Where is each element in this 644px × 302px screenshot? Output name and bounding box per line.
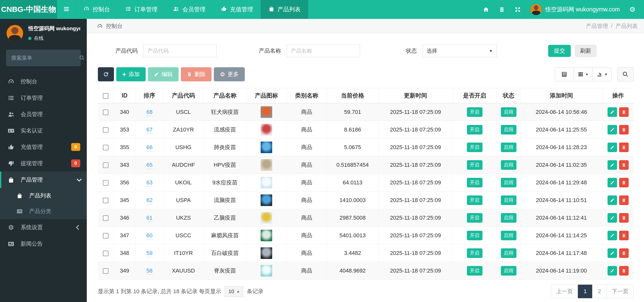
next-page-button[interactable]: 下一页: [607, 285, 634, 298]
sidebar-item-settings[interactable]: ⚙ 系统设置: [0, 219, 87, 236]
submit-button[interactable]: 提交: [548, 45, 571, 57]
edit-button[interactable]: 编辑: [148, 67, 179, 81]
row-checkbox[interactable]: [103, 127, 108, 133]
row-delete-button[interactable]: [619, 231, 629, 240]
sidebar-item-members[interactable]: 会员管理: [0, 106, 87, 122]
sort-link[interactable]: 63: [146, 179, 152, 187]
add-button[interactable]: + 添加: [116, 67, 146, 81]
cell-code: USCL: [163, 103, 204, 121]
row-delete-button[interactable]: [619, 178, 629, 187]
page-button-1[interactable]: 1: [578, 285, 592, 298]
nav-item-members[interactable]: 会员管理: [165, 0, 213, 19]
breadcrumb-item[interactable]: 产品管理: [586, 22, 608, 30]
row-checkbox[interactable]: [103, 110, 108, 115]
sidebar-item-recharge[interactable]: 充值管理 0: [0, 139, 87, 155]
row-edit-button[interactable]: [608, 143, 617, 152]
status-select[interactable]: 选择 ▼: [422, 45, 497, 57]
nav-item-product-list[interactable]: 产品列表: [261, 0, 308, 19]
sidebar-item-dashboard[interactable]: 控制台: [0, 73, 87, 90]
row-edit-button[interactable]: [608, 195, 617, 205]
row-edit-button[interactable]: [608, 248, 617, 258]
nav-item-recharge[interactable]: 充值管理: [213, 0, 261, 19]
row-checkbox[interactable]: [103, 198, 108, 203]
row-edit-button[interactable]: [608, 160, 617, 170]
row-delete-button[interactable]: [619, 195, 629, 205]
sidebar-item-news[interactable]: 新闻公告: [0, 236, 87, 252]
reload-button[interactable]: [98, 67, 114, 81]
page-size-select[interactable]: 10 ▲: [225, 286, 243, 297]
sort-link[interactable]: 58: [146, 267, 152, 275]
cell-image: [246, 156, 287, 174]
more-button[interactable]: ⚙ 更多: [214, 67, 245, 81]
row-delete-button[interactable]: [619, 266, 629, 276]
product-name-input[interactable]: [287, 45, 360, 57]
gears-icon[interactable]: ⚙: [629, 6, 635, 13]
sidebar-item-identity[interactable]: 实名认证: [0, 122, 87, 139]
cell-price: 0.516857454: [327, 156, 378, 174]
trash-icon: [622, 269, 626, 273]
status-badge: 启用: [501, 143, 516, 152]
columns-button[interactable]: ▼: [574, 67, 593, 81]
row-checkbox[interactable]: [103, 145, 108, 150]
row-delete-button[interactable]: [619, 213, 629, 223]
row-checkbox[interactable]: [103, 268, 108, 274]
row-edit-button[interactable]: [608, 231, 617, 240]
sort-link[interactable]: 60: [146, 232, 152, 240]
sort-link[interactable]: 67: [146, 126, 152, 134]
trash-icon: [622, 127, 626, 132]
main-area: 控制台 产品管理 / 产品列表 产品代码 产品名称 状态 选择 ▼: [87, 19, 644, 302]
delete-button[interactable]: 删除: [181, 67, 212, 81]
sort-link[interactable]: 59: [146, 250, 152, 257]
chevron-down-icon: [77, 177, 82, 182]
cell-added: 2024-06-14 11:12:41: [520, 209, 602, 227]
table-search-button[interactable]: [617, 67, 634, 81]
row-edit-button[interactable]: [608, 125, 617, 135]
row-checkbox[interactable]: [103, 233, 108, 239]
trash-icon: [622, 163, 626, 167]
sidebar-toggle-button[interactable]: [57, 0, 76, 19]
user-menu[interactable]: 悟空源码网 wukongymw.com: [531, 4, 620, 15]
cell-code: AUDCHF: [163, 156, 204, 174]
row-delete-button[interactable]: [619, 143, 629, 152]
sidebar-item-product-list[interactable]: 产品列表: [0, 188, 87, 204]
sort-link[interactable]: 62: [146, 197, 152, 204]
page-button-2[interactable]: 2: [592, 285, 607, 298]
sort-link[interactable]: 66: [146, 144, 152, 151]
row-checkbox[interactable]: [103, 162, 108, 168]
row-delete-button[interactable]: [619, 107, 629, 117]
sidebar-group-product-mgmt: 产品管理 产品列表 产品分类: [0, 172, 87, 219]
trash-icon[interactable]: [499, 7, 505, 13]
row-delete-button[interactable]: [619, 248, 629, 258]
sidebar-item-product-category[interactable]: 产品分类: [0, 204, 87, 219]
select-all-checkbox[interactable]: [103, 93, 108, 99]
nav-item-orders[interactable]: 订单管理: [117, 0, 165, 19]
refresh-button[interactable]: 刷新: [575, 45, 596, 57]
sidebar-item-product-mgmt[interactable]: 产品管理: [0, 172, 87, 188]
expand-icon[interactable]: [514, 6, 521, 13]
sort-link[interactable]: 61: [146, 215, 152, 222]
row-delete-button[interactable]: [619, 125, 629, 135]
row-checkbox[interactable]: [103, 215, 108, 221]
row-edit-button[interactable]: [608, 178, 617, 187]
row-delete-button[interactable]: [619, 160, 629, 170]
sort-link[interactable]: 68: [146, 109, 152, 116]
sort-link[interactable]: 65: [146, 162, 152, 169]
sidebar-item-orders[interactable]: 订单管理: [0, 90, 87, 106]
row-edit-button[interactable]: [608, 107, 617, 117]
row-checkbox[interactable]: [103, 251, 108, 256]
row-edit-button[interactable]: [608, 266, 617, 276]
row-edit-button[interactable]: [608, 213, 617, 223]
search-icon[interactable]: [79, 55, 85, 61]
product-code-input[interactable]: [143, 45, 217, 57]
prev-page-button[interactable]: 上一页: [551, 285, 578, 298]
row-checkbox[interactable]: [103, 180, 108, 186]
nav-item-dashboard[interactable]: 控制台: [76, 0, 117, 19]
sidebar-search-input[interactable]: [11, 55, 79, 61]
sidebar-item-withdraw[interactable]: 提现管理 0: [0, 155, 87, 172]
toggle-view-button[interactable]: [555, 67, 574, 81]
home-icon[interactable]: [483, 6, 489, 13]
export-button[interactable]: ▼: [592, 67, 612, 81]
cell-enabled: 开启: [453, 227, 497, 244]
cell-image: [246, 174, 287, 191]
pencil-icon: [154, 72, 159, 77]
